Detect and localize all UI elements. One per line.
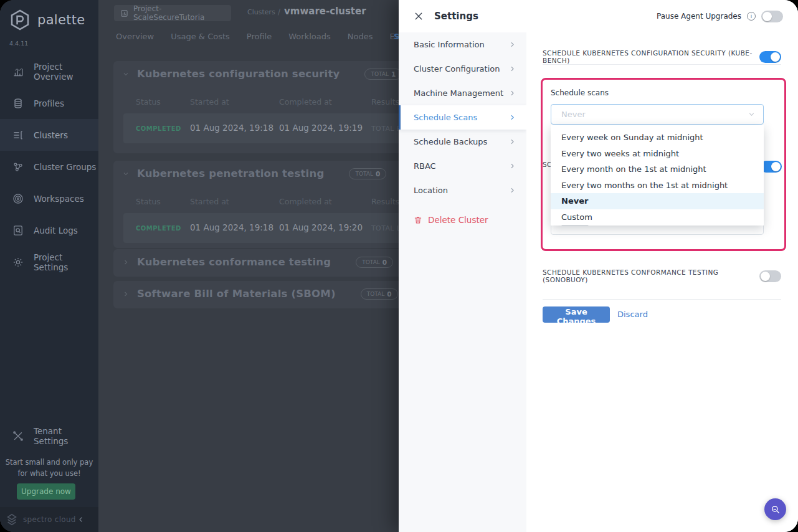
sidebar-item-tenant-settings[interactable]: Tenant Settings bbox=[0, 420, 98, 452]
sidebar-footer: spectro cloud bbox=[0, 507, 98, 532]
sidebar-item-cluster-groups[interactable]: Cluster Groups bbox=[0, 151, 98, 183]
help-search-button[interactable] bbox=[764, 498, 786, 520]
settings-menu: Basic Information Cluster Configuration … bbox=[399, 32, 526, 532]
discard-link[interactable]: Discard bbox=[617, 310, 648, 319]
kube-bench-label: SCHEDULE KUBERNETES CONFIGURATION SECURI… bbox=[543, 49, 759, 64]
tab-profile[interactable]: Profile bbox=[247, 32, 272, 41]
spectrocloud-logo-icon bbox=[5, 513, 19, 526]
divider bbox=[543, 299, 781, 300]
promo-line-1: Start small and only pay bbox=[0, 457, 98, 468]
tab-scans-partial[interactable]: S bbox=[394, 32, 399, 41]
menu-item-label: RBAC bbox=[414, 161, 436, 171]
total-count: 0 bbox=[387, 290, 391, 298]
total-count: 0 bbox=[382, 259, 387, 266]
pause-agent-upgrades-label: Pause Agent Upgrades bbox=[657, 12, 741, 21]
delete-cluster-button[interactable]: Delete Cluster bbox=[399, 205, 526, 235]
tab-nodes[interactable]: Nodes bbox=[348, 32, 373, 41]
total-label: TOTAL bbox=[355, 171, 373, 177]
menu-item-schedule-backups[interactable]: Schedule Backups bbox=[399, 130, 526, 154]
chevron-right-icon bbox=[508, 65, 516, 73]
menu-item-label: Cluster Configuration bbox=[414, 64, 500, 74]
delete-cluster-label: Delete Cluster bbox=[428, 215, 488, 225]
sidebar-item-project-overview[interactable]: Project Overview bbox=[0, 55, 98, 87]
upgrade-promo: Start small and only pay for what you us… bbox=[0, 457, 98, 480]
option-every-two-months[interactable]: Every two months on the 1st at midnight bbox=[551, 178, 764, 194]
option-custom[interactable]: Custom bbox=[551, 209, 764, 226]
option-every-week[interactable]: Every week on Sunday at midnight bbox=[551, 130, 764, 146]
col-status: Status bbox=[136, 97, 161, 107]
option-never[interactable]: Never bbox=[551, 193, 764, 209]
trash-icon bbox=[414, 216, 422, 224]
sidebar: palette 4.4.11 Project Overview bbox=[0, 0, 98, 532]
col-results: Results bbox=[371, 197, 399, 206]
completed-at-value: 01 Aug 2024, 19:19 bbox=[279, 123, 363, 133]
collapse-sidebar-icon[interactable] bbox=[77, 516, 85, 523]
col-started-at: Started at bbox=[190, 97, 229, 107]
brand-name: palette bbox=[37, 12, 85, 27]
chevron-down-icon bbox=[122, 170, 130, 178]
kube-bench-toggle[interactable] bbox=[759, 51, 781, 63]
sidebar-item-profiles[interactable]: Profiles bbox=[0, 87, 98, 119]
search-icon bbox=[770, 504, 781, 515]
col-status: Status bbox=[136, 197, 161, 206]
menu-item-rbac[interactable]: RBAC bbox=[399, 154, 526, 178]
col-results: Results bbox=[371, 97, 399, 107]
menu-item-cluster-configuration[interactable]: Cluster Configuration bbox=[399, 57, 526, 81]
sidebar-item-workspaces[interactable]: Workspaces bbox=[0, 183, 98, 214]
menu-item-schedule-scans[interactable]: Schedule Scans bbox=[399, 105, 526, 130]
settings-title: Settings bbox=[434, 11, 478, 22]
sidebar-item-audit-logs[interactable]: Audit Logs bbox=[0, 214, 98, 246]
col-completed-at: Completed at bbox=[279, 197, 332, 206]
sidebar-nav: Project Overview Profiles Clusters bbox=[0, 55, 98, 278]
col-completed-at: Completed at bbox=[279, 97, 332, 107]
sidebar-item-label: Cluster Groups bbox=[34, 162, 96, 172]
sonobuoy-toggle[interactable] bbox=[759, 270, 781, 282]
sidebar-item-label: Project Overview bbox=[34, 62, 98, 82]
nodes-icon bbox=[12, 161, 24, 173]
cluster-tabs: Overview Usage & Costs Profile Workloads… bbox=[116, 32, 417, 41]
total-badge: TOTAL 0 bbox=[356, 257, 393, 268]
sidebar-item-clusters[interactable]: Clusters bbox=[0, 119, 98, 151]
section-title: Kubernetes penetration testing bbox=[137, 168, 324, 179]
close-icon[interactable] bbox=[414, 11, 424, 21]
completed-at-value: 01 Aug 2024, 19:20 bbox=[279, 222, 363, 232]
section-title: Software Bill of Materials (SBOM) bbox=[137, 288, 336, 300]
total-count: 0 bbox=[376, 170, 380, 178]
sidebar-item-label: Profiles bbox=[34, 98, 64, 108]
settings-header: Settings Pause Agent Upgrades bbox=[399, 0, 798, 32]
sonobuoy-label: SCHEDULE KUBERNETES CONFORMANCE TESTING … bbox=[543, 268, 759, 283]
total-label: TOTAL bbox=[362, 259, 380, 265]
save-changes-button[interactable]: Save Changes bbox=[543, 306, 610, 323]
chevron-right-icon bbox=[508, 89, 516, 97]
menu-item-machine-management[interactable]: Machine Management bbox=[399, 81, 526, 105]
status-badge: COMPLETED bbox=[136, 225, 181, 232]
section-title: Kubernetes conformance testing bbox=[137, 256, 331, 268]
pause-agent-upgrades-toggle[interactable] bbox=[761, 11, 783, 22]
bar-chart-icon bbox=[12, 65, 24, 78]
schedule-scans-content: SCHEDULE KUBERNETES CONFIGURATION SECURI… bbox=[526, 32, 798, 532]
schedule-scans-label: Schedule scans bbox=[551, 88, 609, 97]
tab-overview[interactable]: Overview bbox=[116, 32, 154, 41]
promo-line-2: for what you use! bbox=[0, 468, 98, 480]
list-icon bbox=[12, 129, 24, 141]
option-every-two-weeks[interactable]: Every two weeks at midnight bbox=[551, 146, 764, 162]
tab-workloads[interactable]: Workloads bbox=[288, 32, 330, 41]
tab-usage-costs[interactable]: Usage & Costs bbox=[171, 32, 230, 41]
breadcrumb-cluster-name: vmware-cluster bbox=[284, 6, 366, 17]
upgrade-now-button[interactable]: Upgrade now bbox=[17, 483, 75, 500]
col-started-at: Started at bbox=[190, 197, 229, 206]
breadcrumb-clusters-link[interactable]: Clusters bbox=[247, 8, 275, 16]
sidebar-item-project-settings[interactable]: Project Settings bbox=[0, 246, 98, 278]
doc-search-icon bbox=[12, 224, 24, 237]
section-title: Kubernetes configuration security bbox=[137, 68, 340, 80]
option-every-month[interactable]: Every month on the 1st at midnight bbox=[551, 161, 764, 178]
project-selector[interactable]: Project-ScaleSecureTutoria bbox=[114, 5, 231, 21]
info-icon[interactable] bbox=[747, 12, 756, 21]
started-at-value: 01 Aug 2024, 19:18 bbox=[190, 222, 273, 232]
footer-brand-name: spectro cloud bbox=[23, 515, 76, 524]
sonobuoy-setting: SCHEDULE KUBERNETES CONFORMANCE TESTING … bbox=[543, 269, 781, 283]
schedule-scans-select[interactable]: Never bbox=[551, 104, 764, 125]
menu-item-basic-information[interactable]: Basic Information bbox=[399, 32, 526, 57]
tools-icon bbox=[12, 430, 24, 442]
menu-item-location[interactable]: Location bbox=[399, 178, 526, 202]
